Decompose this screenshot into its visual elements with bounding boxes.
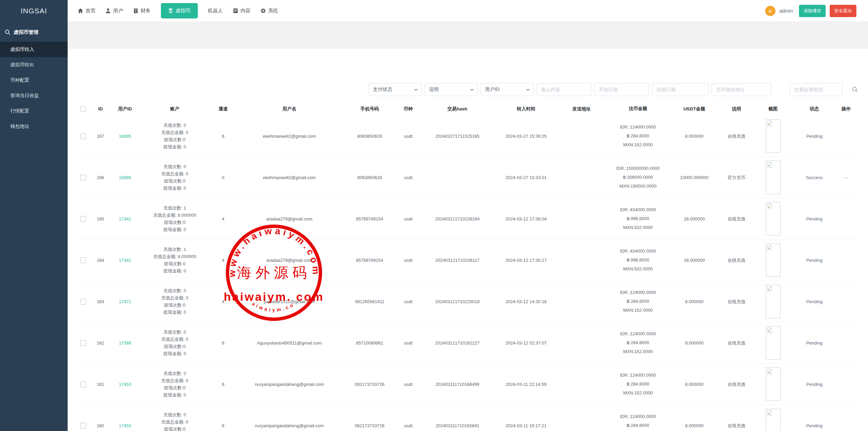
sidebar-item-daily-profit[interactable]: 查询当日收益	[0, 88, 68, 103]
cell-coin: usdt	[397, 215, 419, 223]
broken-image-icon	[767, 410, 772, 416]
row-checkbox[interactable]	[80, 423, 86, 429]
sidebar-item-crypto-in[interactable]: 虚拟币转入	[0, 42, 68, 57]
cell-phone: 85769749154	[342, 257, 397, 264]
cell-usdt-amount: 8.000000	[670, 422, 719, 429]
content-panel: 支付状态 说明 用户ID	[68, 49, 868, 431]
cell-account-stats: 充值次数: 0充值总金额: 0提现次数:0提现金额: 0	[140, 287, 210, 316]
nav-item-home[interactable]: 首页	[78, 8, 95, 14]
cell-usdt-amount: 8.000000	[670, 133, 719, 140]
table-row: 162 17388 充值次数: 0充值总金额: 0提现次数:0提现金额: 0 6…	[75, 322, 860, 364]
cell-phone: 082173733726	[342, 422, 397, 429]
screenshot-thumbnail[interactable]	[766, 119, 781, 153]
screenshot-thumbnail[interactable]	[766, 243, 781, 277]
cell-account-stats: 充值次数: 0充值总金额: 0提现次数:0提现金额: 0	[140, 122, 210, 150]
cell-coin: usdt	[397, 381, 419, 388]
cell-usdt-amount: 8.000000	[670, 339, 719, 347]
screenshot-thumbnail[interactable]	[766, 326, 781, 360]
logout-button[interactable]: 安全退出	[830, 5, 856, 17]
cell-account-stats: 充值次数: 0充值总金额: 0提现次数:0提现金额: 0	[140, 328, 210, 357]
gear-icon	[261, 8, 266, 13]
table-row: 165 17341 充值次数: 1充值总金额: 8.000000提现次数:0提现…	[75, 198, 860, 240]
cell-fiat-amounts: IDR.:434000.0000฿:996.8000MXN:532.0000	[606, 247, 670, 273]
sidebar-item-crypto-out[interactable]: 虚拟币转出	[0, 57, 68, 72]
cell-status: Pending	[792, 257, 837, 264]
nav-item-label: 首页	[85, 8, 95, 14]
user-id-link[interactable]: 17453	[119, 422, 131, 429]
table-row: 164 17341 充值次数: 1充值总金额: 8.000000提现次数:0提现…	[75, 240, 860, 281]
row-checkbox[interactable]	[80, 257, 86, 263]
screenshot-thumbnail[interactable]	[766, 161, 781, 194]
row-checkbox[interactable]	[80, 175, 86, 180]
pay-status-select[interactable]: 支付状态	[369, 83, 422, 96]
select-all-checkbox[interactable]	[80, 106, 86, 112]
amount-search-input[interactable]	[790, 83, 843, 96]
cell-fiat-amounts: IDR.:434000.0000฿:996.8000MXN:532.0000	[606, 205, 670, 232]
sidebar-item-market-config[interactable]: 行情配置	[0, 103, 68, 119]
row-checkbox[interactable]	[80, 216, 86, 222]
search-button[interactable]	[850, 84, 860, 95]
coins-icon	[168, 8, 173, 13]
column-header-fiat: 法币金额	[606, 104, 670, 113]
cell-note: 在线充值	[719, 298, 754, 305]
user-id-link[interactable]: 17453	[119, 381, 131, 388]
cell-usdt-amount: 28.000000	[670, 257, 719, 264]
sidebar-item-coin-config[interactable]: 币种配置	[0, 72, 68, 88]
note-select[interactable]: 说明	[425, 83, 478, 96]
user-id-link[interactable]: 17341	[119, 257, 131, 264]
finance-icon: ¥	[133, 8, 138, 13]
user-id-link[interactable]: 17341	[119, 215, 131, 223]
end-date-input[interactable]	[652, 83, 708, 96]
user-id-link[interactable]: 17388	[119, 339, 131, 347]
cell-account-stats: 充值次数: 1充值总金额: 8.000000提现次数:0提现金额: 0	[140, 204, 210, 233]
cell-coin: usdt	[397, 422, 419, 429]
cell-usdt-amount: 10000.000000	[670, 174, 719, 181]
nav-item-users[interactable]: 用户	[106, 8, 123, 14]
sidebar-item-wallet-address[interactable]: 钱包地址	[0, 119, 68, 134]
nav-item-content[interactable]: 内容	[233, 8, 250, 14]
row-checkbox[interactable]	[80, 299, 86, 305]
cell-status: Pending	[792, 215, 837, 223]
content-input[interactable]	[537, 83, 591, 96]
row-checkbox[interactable]	[80, 133, 86, 139]
nav-item-crypto[interactable]: 虚拟币	[161, 3, 198, 18]
avatar[interactable]: a	[765, 6, 775, 16]
wallet-address-input[interactable]	[712, 83, 771, 96]
cell-channel: 0	[210, 174, 236, 181]
screenshot-thumbnail[interactable]	[766, 285, 781, 318]
table-row: 163 17471 充值次数: 0充值总金额: 0提现次数:0提现金额: 0 4…	[75, 281, 860, 322]
cell-status: Pending	[792, 339, 837, 347]
user-id-link[interactable]: 16895	[119, 174, 131, 181]
row-checkbox[interactable]	[80, 340, 86, 346]
broken-image-icon	[767, 286, 772, 292]
cell-phone: 85769749154	[342, 215, 397, 223]
broken-image-icon	[767, 121, 772, 126]
user-id-link[interactable]: 17471	[119, 298, 131, 305]
nav-item-robot[interactable]: 机器人	[208, 8, 223, 14]
nav-item-system[interactable]: 系统	[261, 8, 278, 14]
cell-time: 2024-03-27 15:33:01	[495, 174, 557, 181]
user-id-select[interactable]: 用户ID	[481, 83, 534, 96]
cell-id: 164	[91, 257, 110, 264]
table-row: 167 16895 充值次数: 0充值总金额: 0提现次数:0提现金额: 0 6…	[75, 116, 860, 157]
cell-action[interactable]: ---	[837, 174, 856, 181]
cell-status: Success	[792, 174, 837, 181]
cell-time: 2024-03-27 15:39:25	[495, 133, 557, 140]
cell-time: 2024-03-12 14:30:18	[495, 298, 557, 305]
cell-hash: 202403271711525165	[419, 133, 495, 140]
cell-phone: 85710089861	[342, 339, 397, 347]
svg-text:¥: ¥	[135, 10, 137, 13]
screenshot-thumbnail[interactable]	[766, 367, 781, 401]
user-id-link[interactable]: 16895	[119, 133, 131, 140]
cell-hash: 202403111710166499	[419, 381, 495, 388]
clear-cache-button[interactable]: 清除缓存	[799, 5, 826, 17]
screenshot-thumbnail[interactable]	[766, 202, 781, 235]
row-checkbox[interactable]	[80, 381, 86, 387]
screenshot-thumbnail[interactable]	[766, 409, 781, 431]
start-date-input[interactable]	[594, 83, 649, 96]
column-header-note: 说明	[719, 105, 754, 112]
nav-item-finance[interactable]: ¥ 财务	[133, 8, 151, 14]
column-header-username: 用户名	[236, 105, 342, 112]
cell-channel: 6	[210, 133, 236, 140]
cell-account-stats: 充值次数: 1充值总金额: 8.000000提现次数:0提现金额: 0	[140, 246, 210, 274]
